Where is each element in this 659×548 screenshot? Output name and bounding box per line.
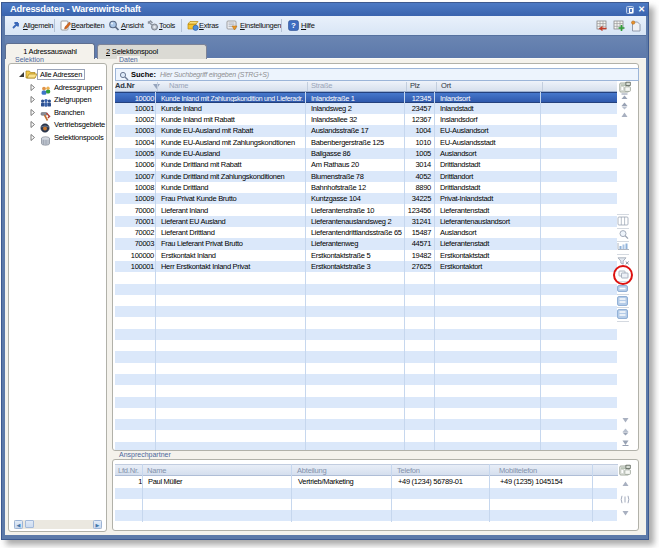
svg-text:?: ? bbox=[291, 21, 296, 30]
